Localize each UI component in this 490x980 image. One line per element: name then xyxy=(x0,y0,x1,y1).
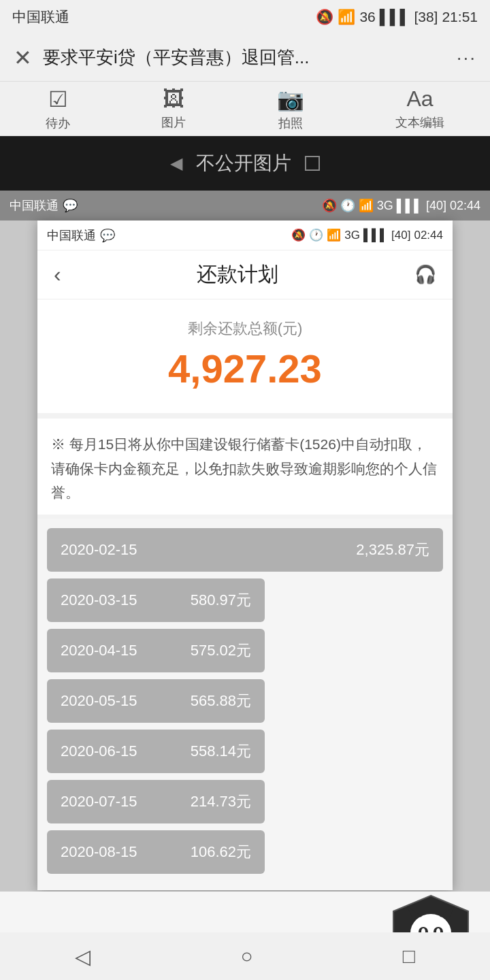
battery-icon: [38] xyxy=(414,9,438,25)
inner-wifi-icon: 📶 xyxy=(327,228,341,242)
schedule-item: 2020-08-15106.62元 xyxy=(47,830,265,874)
inner-nav: ‹ 还款计划 🎧 xyxy=(37,250,453,299)
private-image-label: 不公开图片 xyxy=(196,150,291,176)
camera-label: 拍照 xyxy=(278,115,303,131)
total-label: 剩余还款总额(元) xyxy=(37,318,453,339)
play-icon: ◀ xyxy=(170,154,182,173)
carrier-label: 中国联通 xyxy=(12,7,69,27)
inner-status-bar: 中国联通 💬 🔕 🕐 📶 3G ▌▌▌ [40] 02:44 xyxy=(37,220,453,250)
schedule-item: 2020-03-15580.97元 xyxy=(47,578,265,622)
schedule-date: 2020-06-15 xyxy=(61,742,137,760)
inner-signal-3g: 3G xyxy=(344,229,360,242)
schedule-date: 2020-07-15 xyxy=(61,793,137,811)
outer-status-bar: 中国联通 💬 🔕 🕐 📶 3G ▌▌▌ [40] 02:44 xyxy=(0,191,490,220)
inner-clock-icon: 🕐 xyxy=(309,228,323,242)
schedule-item: 2020-04-15575.02元 xyxy=(47,629,265,672)
schedule-date: 2020-02-15 xyxy=(61,541,137,559)
mute-icon: 🔕 xyxy=(316,9,333,25)
schedule-date: 2020-05-15 xyxy=(61,692,137,710)
stop-icon xyxy=(305,156,320,171)
bottom-nav: ◁ ○ □ xyxy=(0,932,490,980)
notice-section: ※ 每月15日将从你中国建设银行储蓄卡(1526)中自动扣取，请确保卡内金额充足… xyxy=(37,419,453,519)
status-right: 🔕 📶 36 ▌▌▌ [38] 21:51 xyxy=(316,9,478,25)
total-section: 剩余还款总额(元) 4,927.23 xyxy=(37,299,453,419)
outer-carrier: 中国联通 xyxy=(10,197,59,214)
wifi-icon: 📶 xyxy=(338,9,355,25)
toolbar-text[interactable]: Aa 文本编辑 xyxy=(395,86,444,131)
inner-carrier: 中国联通 xyxy=(47,227,96,244)
inner-signal-bars: ▌▌▌ xyxy=(363,229,388,242)
time-label: 21:51 xyxy=(442,9,478,25)
outer-status-right: 🔕 🕐 📶 3G ▌▌▌ [40] 02:44 xyxy=(322,198,480,213)
outer-chat-icon: 💬 xyxy=(63,198,78,213)
outer-time: 02:44 xyxy=(450,199,480,213)
signal-icon: ▌▌▌ xyxy=(380,9,410,25)
private-image-area: ◀ 不公开图片 xyxy=(0,136,490,191)
schedule-section: 2020-02-152,325.87元2020-03-15580.97元2020… xyxy=(37,519,453,890)
status-bar: 中国联通 🔕 📶 36 ▌▌▌ [38] 21:51 xyxy=(0,0,490,34)
nav-title: 要求平安i贷（平安普惠）退回管... xyxy=(43,46,457,69)
todo-icon: ☑ xyxy=(48,86,68,112)
schedule-amount: 580.97元 xyxy=(191,590,251,610)
inner-nav-title: 还款计划 xyxy=(197,261,278,289)
inner-chat-icon: 💬 xyxy=(100,228,115,243)
todo-label: 待办 xyxy=(46,115,70,131)
support-icon[interactable]: 🎧 xyxy=(414,264,436,285)
inner-battery: [40] xyxy=(391,229,410,242)
schedule-item: 2020-07-15214.73元 xyxy=(47,780,265,823)
schedule-item: 2020-05-15565.88元 xyxy=(47,679,265,723)
text-icon: Aa xyxy=(406,86,433,112)
outer-signal-3g: 3G xyxy=(377,199,393,213)
outer-battery: [40] xyxy=(426,199,446,213)
image-icon: 🖼 xyxy=(163,86,184,112)
schedule-date: 2020-04-15 xyxy=(61,642,137,659)
schedule-amount: 575.02元 xyxy=(191,640,251,661)
outer-status-left: 中国联通 💬 xyxy=(10,197,78,214)
schedule-amount: 2,325.87元 xyxy=(356,540,429,560)
schedule-item: 2020-02-152,325.87元 xyxy=(47,528,443,572)
phone-card: 中国联通 💬 🔕 🕐 📶 3G ▌▌▌ [40] 02:44 ‹ 还款计划 🎧 … xyxy=(37,220,453,890)
recent-nav-button[interactable]: □ xyxy=(403,945,415,968)
schedule-date: 2020-03-15 xyxy=(61,591,137,609)
close-button[interactable]: ✕ xyxy=(14,45,32,71)
schedule-amount: 558.14元 xyxy=(191,741,251,762)
back-button[interactable]: ‹ xyxy=(54,262,61,287)
schedule-amount: 214.73元 xyxy=(191,791,251,812)
text-label: 文本编辑 xyxy=(395,114,444,131)
image-label: 图片 xyxy=(161,114,186,131)
inner-status-left: 中国联通 💬 xyxy=(47,227,115,244)
toolbar-camera[interactable]: 📷 拍照 xyxy=(277,86,304,131)
home-nav-button[interactable]: ○ xyxy=(240,945,252,968)
schedule-date: 2020-08-15 xyxy=(61,843,137,861)
signal-label: 36 xyxy=(359,9,375,25)
more-button[interactable]: ··· xyxy=(457,47,476,69)
inner-mute-icon: 🔕 xyxy=(291,228,306,242)
outer-wifi-icon: 📶 xyxy=(359,198,374,213)
inner-status-right: 🔕 🕐 📶 3G ▌▌▌ [40] 02:44 xyxy=(291,228,443,242)
outer-mute-icon: 🔕 xyxy=(322,198,337,213)
schedule-amount: 565.88元 xyxy=(191,691,251,711)
nav-bar: ✕ 要求平安i贷（平安普惠）退回管... ··· xyxy=(0,34,490,82)
toolbar-image[interactable]: 🖼 图片 xyxy=(161,86,186,131)
schedule-item: 2020-06-15558.14元 xyxy=(47,730,265,773)
inner-time: 02:44 xyxy=(414,229,443,242)
notice-text: ※ 每月15日将从你中国建设银行储蓄卡(1526)中自动扣取，请确保卡内金额充足… xyxy=(51,432,439,505)
outer-clock-icon: 🕐 xyxy=(340,198,355,213)
total-amount: 4,927.23 xyxy=(37,346,453,391)
camera-icon: 📷 xyxy=(277,86,304,112)
back-nav-button[interactable]: ◁ xyxy=(75,945,91,968)
schedule-amount: 106.62元 xyxy=(191,842,251,862)
toolbar: ☑ 待办 🖼 图片 📷 拍照 Aa 文本编辑 xyxy=(0,82,490,136)
outer-signal-bars: ▌▌▌ xyxy=(397,199,423,213)
toolbar-todo[interactable]: ☑ 待办 xyxy=(46,86,70,131)
